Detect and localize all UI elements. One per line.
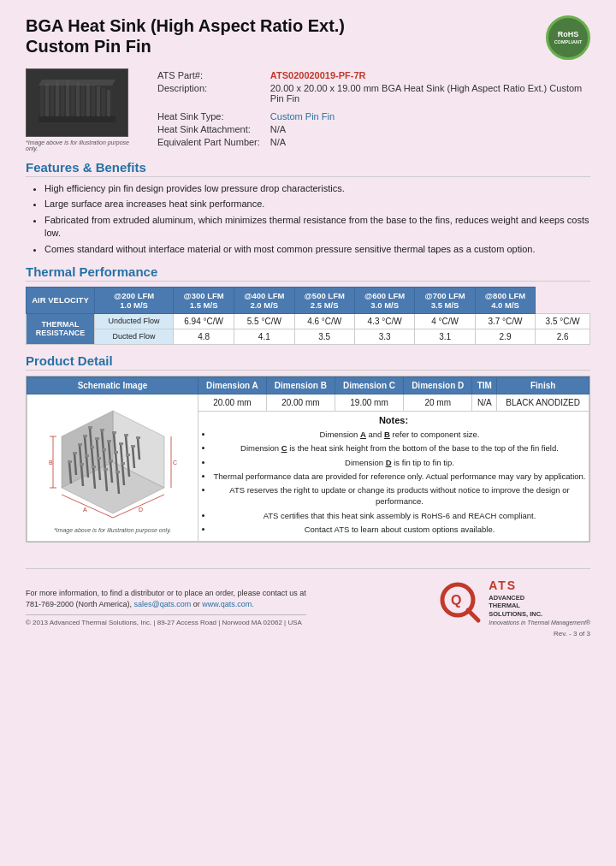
col-header-0: @200 LFM1.0 M/S: [95, 287, 174, 313]
note-item-1: Dimension C is the heat sink height from…: [213, 442, 586, 454]
svg-rect-48: [126, 454, 130, 456]
thermal-value-0-2: 4.6 °C/W: [294, 313, 354, 329]
product-image: [26, 68, 128, 137]
notes-title: Notes:: [201, 415, 586, 425]
svg-rect-34: [107, 440, 111, 442]
svg-rect-10: [86, 84, 90, 116]
rohs-compliant-text: COMPLIANT: [554, 39, 583, 44]
note-item-2: Dimension D is fin tip to fin tip.: [213, 457, 586, 468]
thermal-table: AIR VELOCITY@200 LFM1.0 M/S@300 LFM1.5 M…: [26, 287, 590, 345]
notes-list: Dimension A and B refer to component siz…: [201, 429, 586, 535]
flow-label-1: Ducted Flow: [95, 329, 174, 344]
heat-sink-attachment-value: N/A: [267, 122, 590, 135]
svg-rect-68: [116, 471, 120, 473]
feature-item: Comes standard without interface materia…: [44, 243, 590, 256]
pd-value-0: 20.00 mm: [198, 394, 267, 411]
svg-rect-66: [104, 468, 108, 471]
rohs-badge: RoHS COMPLIANT: [546, 15, 590, 60]
ats-text-block: ATS ADVANCED THERMAL SOLUTIONS, INC. Inn…: [489, 578, 590, 626]
thermal-value-1-5: 2.9: [475, 329, 535, 344]
svg-rect-56: [109, 460, 113, 462]
equivalent-part-value: N/A: [267, 135, 590, 148]
ats-logo: Q ATS ADVANCED THERMAL SOLUTIONS, INC. I…: [439, 578, 590, 626]
ats-tagline: Innovations in Thermal Management®: [489, 619, 590, 626]
ats-q-icon: Q: [439, 581, 482, 624]
thermal-performance-title: Thermal Performance: [26, 264, 590, 282]
product-info-section: *Image above is for illustration purpose…: [26, 68, 590, 151]
thermal-value-0-6: 3.5 °C/W: [536, 313, 590, 329]
ats-name-line3: SOLUTIONS, INC.: [489, 610, 590, 619]
air-velocity-header: AIR VELOCITY: [27, 287, 95, 313]
svg-rect-2: [45, 83, 49, 116]
svg-text:Q: Q: [451, 593, 461, 608]
svg-rect-64: [92, 466, 96, 468]
product-detail-table: Schematic ImageDimension ADimension BDim…: [27, 377, 589, 542]
description-value: 20.00 x 20.00 x 19.00 mm BGA Heat Sink (…: [267, 81, 590, 104]
pd-header-1: Dimension A: [198, 377, 267, 394]
ats-main-text: ATS: [489, 578, 590, 593]
pd-value-3: 20 mm: [404, 394, 472, 411]
pd-header-0: Schematic Image: [27, 377, 198, 394]
ats-name-line2: THERMAL: [489, 602, 590, 610]
description-label: Description:: [154, 81, 267, 104]
title-block: BGA Heat Sink (High Aspect Ratio Ext.) C…: [26, 15, 345, 56]
svg-rect-3: [50, 81, 54, 116]
svg-rect-0: [38, 116, 116, 122]
col-header-3: @500 LFM2.5 M/S: [294, 287, 354, 313]
svg-rect-9: [81, 83, 85, 116]
svg-rect-42: [90, 446, 94, 448]
thermal-value-0-3: 4.3 °C/W: [354, 313, 414, 329]
note-item-4: ATS reserves the right to update or chan…: [213, 484, 586, 507]
description-row: Description: 20.00 x 20.00 x 19.00 mm BG…: [154, 81, 590, 104]
col-header-1: @300 LFM1.5 M/S: [174, 287, 234, 313]
thermal-value-0-0: 6.94 °C/W: [174, 313, 234, 329]
svg-rect-13: [102, 88, 105, 116]
note-item-6: Contact ATS to learn about custom option…: [213, 524, 586, 535]
note-item-3: Thermal performance data are provided fo…: [213, 471, 586, 482]
thermal-value-1-0: 4.8: [174, 329, 234, 344]
product-detail-title: Product Detail: [26, 353, 590, 371]
svg-rect-36: [119, 442, 123, 445]
svg-marker-15: [38, 80, 116, 86]
pd-value-4: N/A: [472, 394, 497, 411]
svg-rect-52: [85, 454, 89, 457]
svg-rect-32: [95, 437, 99, 440]
footer-section: For more information, to find a distribu…: [26, 568, 590, 626]
heat-sink-attachment-label: Heat Sink Attachment:: [154, 122, 267, 135]
equivalent-part-label: Equivalent Part Number:: [154, 135, 267, 148]
schematic-svg: B A D C: [44, 402, 181, 522]
product-image-box: *Image above is for illustration purpose…: [26, 68, 137, 151]
heat-sink-type-value: Custom Pin Fin: [267, 110, 590, 122]
svg-rect-60: [68, 460, 72, 463]
svg-text:D: D: [139, 507, 143, 513]
svg-rect-7: [71, 81, 74, 116]
pd-value-2: 19.00 mm: [335, 394, 403, 411]
svg-rect-28: [136, 436, 140, 439]
svg-rect-44: [102, 448, 106, 451]
heatsink-illustration: [30, 73, 124, 133]
detail-table-wrapper: Schematic ImageDimension ADimension BDim…: [26, 376, 590, 543]
page-title: BGA Heat Sink (High Aspect Ratio Ext.) C…: [26, 15, 345, 56]
svg-line-80: [468, 610, 478, 620]
col-header-2: @400 LFM2.0 M/S: [234, 287, 294, 313]
schematic-cell: B A D C *Image above is for illustration…: [27, 394, 198, 541]
col-header-5: @700 LFM3.5 M/S: [415, 287, 475, 313]
svg-rect-40: [78, 443, 82, 446]
thermal-table-wrapper: AIR VELOCITY@200 LFM1.0 M/S@300 LFM1.5 M…: [26, 287, 590, 345]
svg-rect-38: [131, 445, 135, 448]
pd-header-4: Dimension D: [404, 377, 472, 394]
flow-label-0: Unducted Flow: [95, 313, 174, 329]
pd-header-5: TIM: [472, 377, 497, 394]
ats-part-label: ATS Part#:: [154, 68, 267, 81]
svg-text:B: B: [49, 460, 53, 466]
notes-cell: Notes: Dimension A and B refer to compon…: [198, 411, 589, 541]
svg-rect-6: [66, 80, 69, 116]
svg-rect-22: [100, 429, 104, 431]
svg-text:A: A: [83, 507, 87, 513]
svg-rect-30: [83, 435, 87, 437]
footer-contact-text: For more information, to find a distribu…: [26, 588, 306, 611]
rohs-text: RoHS: [558, 31, 579, 39]
svg-rect-4: [56, 80, 59, 116]
note-item-5: ATS certifies that this heat sink assemb…: [213, 510, 586, 521]
image-caption: *Image above is for illustration purpose…: [26, 139, 137, 151]
